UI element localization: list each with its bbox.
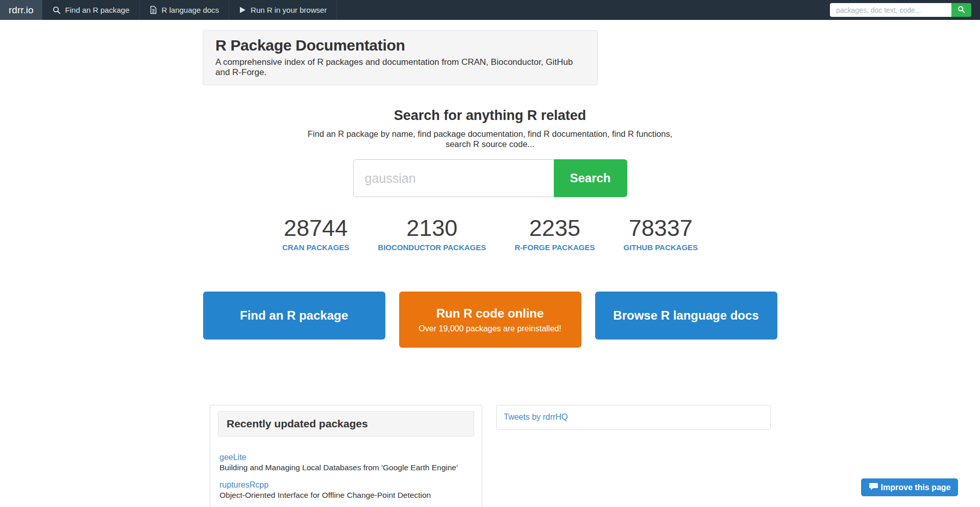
hero-description: Find an R package by name, find package … — [286, 129, 694, 149]
list-item: rupturesRcpp Object-Oriented Interface f… — [219, 480, 473, 500]
stat-value: 2235 — [514, 216, 595, 239]
hero-search-section: Search for anything R related Find an R … — [191, 108, 789, 197]
navbar: rdrr.io Find an R package R language — [0, 0, 980, 20]
stat-value: 78337 — [624, 216, 698, 239]
stat-bioconductor[interactable]: 2130 BIOCONDUCTOR PACKAGES — [378, 216, 486, 252]
nav-item-label: Run R in your browser — [251, 6, 327, 14]
page-subtitle: A comprehensive index of R packages and … — [215, 57, 585, 78]
hero-description-line2: search R source code... — [286, 139, 694, 149]
hero-search-button[interactable]: Search — [554, 159, 627, 197]
cta-title: Run R code online — [399, 306, 581, 321]
recently-updated-title: Recently updated packages — [218, 411, 474, 437]
stat-label: BIOCONDUCTOR PACKAGES — [378, 243, 486, 252]
stat-value: 28744 — [282, 216, 349, 239]
stat-cran[interactable]: 28744 CRAN PACKAGES — [282, 216, 349, 252]
package-stats-row: 28744 CRAN PACKAGES 2130 BIOCONDUCTOR PA… — [191, 216, 789, 252]
browse-r-language-docs-button[interactable]: Browse R language docs — [595, 292, 777, 340]
stat-value: 2130 — [378, 216, 486, 239]
stat-rforge[interactable]: 2235 R-FORGE PACKAGES — [514, 216, 595, 252]
stat-label: CRAN PACKAGES — [282, 243, 349, 252]
nav-item-r-language-docs[interactable]: R language docs — [140, 0, 230, 20]
play-icon — [239, 6, 246, 14]
run-r-code-online-button[interactable]: Run R code online Over 19,000 packages a… — [399, 292, 581, 348]
nav-item-label: R language docs — [162, 6, 219, 14]
package-description: Object-Oriented Interface for Offline Ch… — [219, 491, 473, 500]
package-link-geeLite[interactable]: geeLite — [219, 453, 247, 462]
page: rdrr.io Find an R package R language — [0, 0, 980, 507]
navbar-search-form — [830, 0, 971, 20]
recently-updated-panel: Recently updated packages geeLite Buildi… — [210, 405, 482, 507]
brand-label: rdrr.io — [9, 5, 34, 16]
search-icon — [958, 6, 965, 15]
stat-label: GITHUB PACKAGES — [624, 243, 698, 252]
improve-this-page-button[interactable]: Improve this page — [861, 478, 958, 496]
list-item: geeLite Building and Managing Local Data… — [219, 453, 473, 472]
tweets-link[interactable]: Tweets by rdrrHQ — [504, 413, 568, 421]
doc-icon — [150, 6, 157, 14]
stat-github[interactable]: 78337 GITHUB PACKAGES — [624, 216, 698, 252]
navbar-search-input[interactable] — [830, 3, 951, 17]
cta-title: Find an R package — [203, 308, 385, 323]
page-header-well: R Package Documentation A comprehensive … — [203, 30, 598, 85]
hero-title: Search for anything R related — [191, 108, 789, 124]
package-list: geeLite Building and Managing Local Data… — [218, 453, 474, 507]
cta-title: Browse R language docs — [595, 308, 777, 323]
lower-section: Recently updated packages geeLite Buildi… — [191, 405, 789, 507]
stat-label: R-FORGE PACKAGES — [514, 243, 595, 252]
improve-button-label: Improve this page — [878, 483, 958, 492]
hero-search-form: Search — [353, 159, 627, 197]
cta-subtitle: Over 19,000 packages are preinstalled! — [399, 324, 581, 333]
nav-item-find-package[interactable]: Find an R package — [42, 0, 140, 20]
hero-search-input[interactable] — [353, 159, 554, 197]
nav-item-run-r-browser[interactable]: Run R in your browser — [229, 0, 337, 20]
search-icon — [53, 6, 61, 14]
cta-button-row: Find an R package Run R code online Over… — [191, 292, 789, 348]
find-r-package-button[interactable]: Find an R package — [203, 292, 385, 340]
brand-link[interactable]: rdrr.io — [0, 0, 42, 20]
nav-item-label: Find an R package — [65, 6, 130, 14]
package-description: Building and Managing Local Databases fr… — [219, 463, 473, 472]
page-title: R Package Documentation — [215, 37, 585, 54]
navbar-search-button[interactable] — [951, 3, 971, 17]
speech-bubble-icon — [869, 482, 878, 493]
package-link-rupturesRcpp[interactable]: rupturesRcpp — [219, 480, 268, 489]
hero-description-line1: Find an R package by name, find package … — [286, 129, 694, 139]
tweets-panel: Tweets by rdrrHQ — [496, 405, 771, 430]
